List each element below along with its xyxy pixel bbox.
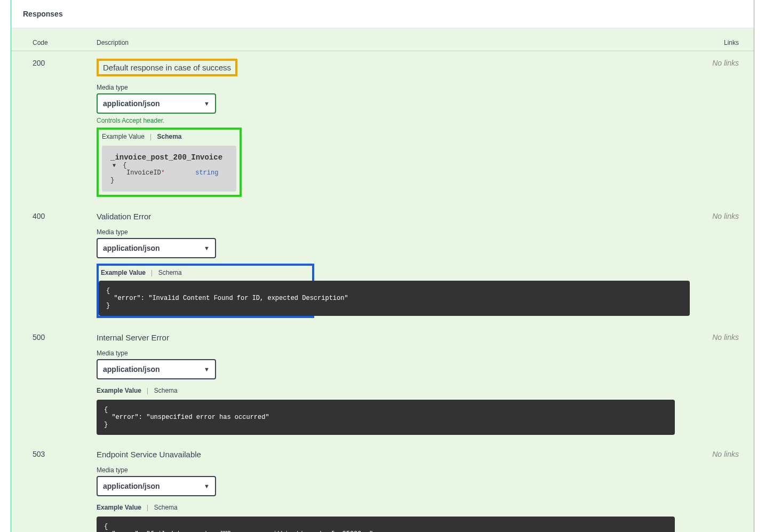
response-body: Default response in case of success Medi… — [86, 51, 686, 205]
schema-model-name: _invoice_post_200_Invoice — [110, 153, 222, 162]
tab-separator — [150, 134, 151, 140]
response-description: Validation Error — [97, 212, 151, 221]
response-code: 500 — [11, 325, 86, 442]
tab-separator — [147, 505, 148, 511]
tab-example-value[interactable]: Example Value — [97, 387, 141, 394]
response-links: No links — [686, 325, 754, 442]
highlight-annotation-orange: Default response in case of success — [97, 59, 237, 76]
media-type-value: application/json — [103, 99, 160, 108]
schema-model-box: _invoice_post_200_Invoice ▼ { InvoiceID*… — [102, 146, 236, 192]
schema-field-type: string — [195, 169, 218, 177]
section-title: Responses — [23, 10, 742, 18]
chevron-down-icon: ▼ — [204, 100, 210, 107]
th-description: Description — [86, 28, 686, 51]
media-type-value: application/json — [103, 244, 160, 252]
schema-brace-close: } — [110, 177, 228, 184]
example-code-block[interactable]: { "error": "Invalid Content Found for ID… — [99, 281, 690, 316]
schema-tabs: Example Value Schema — [99, 133, 236, 140]
tab-example-value[interactable]: Example Value — [101, 269, 146, 276]
media-type-label: Media type — [97, 84, 675, 91]
response-code: 200 — [11, 51, 86, 205]
example-code-block[interactable]: { "error": "failed to receive JMS respon… — [97, 517, 675, 532]
response-links: No links — [686, 51, 754, 205]
media-type-label: Media type — [97, 466, 675, 474]
tab-example-value[interactable]: Example Value — [97, 504, 141, 511]
media-type-select[interactable]: application/json ▼ — [97, 359, 216, 379]
schema-field-name: InvoiceID — [126, 169, 161, 177]
response-body: Internal Server Error Media type applica… — [86, 325, 686, 442]
schema-tabs: Example Value Schema — [97, 387, 675, 394]
media-type-value: application/json — [103, 482, 160, 490]
responses-panel: Responses Code Description Links 200 Def… — [11, 0, 754, 532]
tab-schema[interactable]: Schema — [157, 133, 182, 140]
response-code: 503 — [11, 442, 86, 532]
table-row: 400 Validation Error Media type applicat… — [11, 204, 754, 325]
required-star-icon: * — [161, 169, 165, 177]
response-code: 400 — [11, 204, 86, 325]
schema-tabs: Example Value Schema — [97, 504, 675, 511]
chevron-down-icon: ▼ — [204, 245, 210, 251]
table-row: 200 Default response in case of success … — [11, 51, 754, 205]
media-type-select[interactable]: application/json ▼ — [97, 93, 216, 114]
tab-separator — [147, 388, 148, 394]
chevron-down-icon[interactable]: ▼ — [113, 163, 116, 169]
tab-example-value[interactable]: Example Value — [102, 133, 145, 140]
response-body: Validation Error Media type application/… — [86, 204, 686, 325]
table-row: 500 Internal Server Error Media type app… — [11, 325, 754, 442]
media-type-value: application/json — [103, 365, 160, 374]
example-code-block[interactable]: { "error": "unspecified error has occurr… — [97, 400, 675, 435]
highlight-annotation-blue: Example Value Schema { "error": "Invalid… — [97, 264, 314, 318]
responses-header: Responses — [11, 0, 754, 28]
chevron-down-icon: ▼ — [204, 483, 210, 489]
table-row: 503 Endpoint Service Unavailable Media t… — [11, 442, 754, 532]
response-links: No links — [686, 204, 754, 325]
response-body: Endpoint Service Unavailable Media type … — [86, 442, 686, 532]
media-type-label: Media type — [97, 228, 675, 236]
schema-brace-open: { — [123, 162, 126, 169]
tab-schema[interactable]: Schema — [158, 269, 182, 276]
tab-schema[interactable]: Schema — [154, 504, 178, 511]
schema-tabs: Example Value Schema — [99, 266, 312, 276]
response-links: No links — [686, 442, 754, 532]
th-code: Code — [11, 28, 86, 51]
th-links: Links — [686, 28, 754, 51]
response-description: Internal Server Error — [97, 333, 169, 342]
response-description: Endpoint Service Unavailable — [97, 450, 201, 459]
response-description: Default response in case of success — [99, 61, 235, 74]
media-type-label: Media type — [97, 350, 675, 357]
chevron-down-icon: ▼ — [204, 366, 210, 372]
controls-accept-hint: Controls Accept header. — [97, 117, 675, 124]
tab-separator — [152, 270, 152, 276]
media-type-select[interactable]: application/json ▼ — [97, 238, 216, 258]
media-type-select[interactable]: application/json ▼ — [97, 476, 216, 496]
highlight-annotation-green: Example Value Schema _invoice_post_200_I… — [97, 128, 242, 197]
tab-schema[interactable]: Schema — [154, 387, 178, 394]
responses-table: Code Description Links 200 Default respo… — [11, 28, 754, 532]
